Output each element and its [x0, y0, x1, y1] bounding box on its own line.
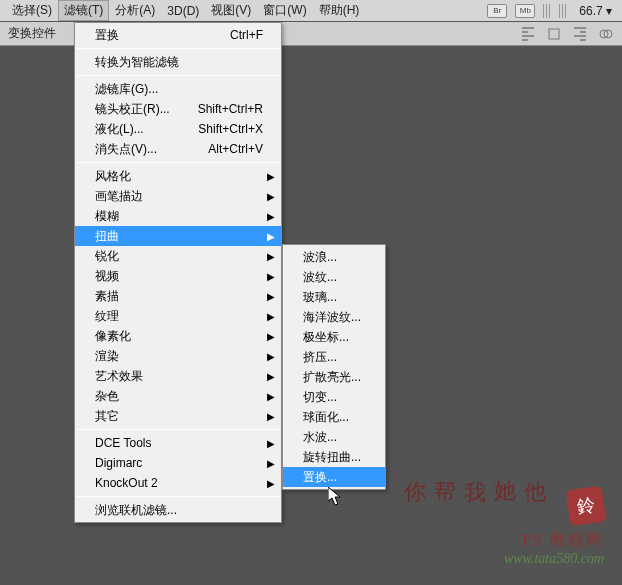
menu-item-label: 像素化: [95, 328, 263, 345]
menu-item-shortcut: Ctrl+F: [230, 28, 263, 42]
submenu-arrow-icon: ▶: [267, 331, 275, 342]
menu-item-label: 模糊: [95, 208, 263, 225]
menu-item-browse-filters[interactable]: 浏览联机滤镜...: [75, 500, 281, 520]
menu-item-label: 扩散亮光...: [303, 369, 367, 386]
menu-item-digimarc[interactable]: Digimarc▶: [75, 453, 281, 473]
menu-item-label: 置换...: [303, 469, 367, 486]
menu-item-label: 风格化: [95, 168, 263, 185]
menu-3d[interactable]: 3D(D): [161, 2, 205, 20]
distort-submenu: 波浪... 波纹... 玻璃... 海洋波纹... 极坐标... 挤压... 扩…: [282, 244, 386, 490]
menu-item-render[interactable]: 渲染▶: [75, 346, 281, 366]
menu-item-noise[interactable]: 杂色▶: [75, 386, 281, 406]
separator: [76, 429, 280, 430]
menu-item-smart-filter[interactable]: 转换为智能滤镜: [75, 52, 281, 72]
menu-item-blur[interactable]: 模糊▶: [75, 206, 281, 226]
menu-item-label: 视频: [95, 268, 263, 285]
watermark-line1: PS 教程网: [504, 530, 604, 551]
submenu-arrow-icon: ▶: [267, 271, 275, 282]
menu-filter[interactable]: 滤镜(T): [58, 0, 109, 21]
svg-rect-0: [549, 29, 559, 39]
submenu-item-shear[interactable]: 切变...: [283, 387, 385, 407]
submenu-item-wave[interactable]: 波浪...: [283, 247, 385, 267]
menubar: 选择(S) 滤镜(T) 分析(A) 3D(D) 视图(V) 窗口(W) 帮助(H…: [0, 0, 622, 22]
menu-item-filter-gallery[interactable]: 滤镜库(G)...: [75, 79, 281, 99]
submenu-arrow-icon: ▶: [267, 171, 275, 182]
submenu-item-displace[interactable]: 置换...: [283, 467, 385, 487]
menu-item-knockout[interactable]: KnockOut 2▶: [75, 473, 281, 493]
submenu-item-glass[interactable]: 玻璃...: [283, 287, 385, 307]
menu-item-lens-correction[interactable]: 镜头校正(R)...Shift+Ctrl+R: [75, 99, 281, 119]
menu-item-shortcut: Shift+Ctrl+R: [198, 102, 263, 116]
submenu-arrow-icon: ▶: [267, 411, 275, 422]
menu-item-label: 镜头校正(R)...: [95, 101, 198, 118]
menu-item-label: 波浪...: [303, 249, 367, 266]
menu-item-vanishing-point[interactable]: 消失点(V)...Alt+Ctrl+V: [75, 139, 281, 159]
menu-item-label: 画笔描边: [95, 188, 263, 205]
menu-item-last-filter[interactable]: 置换 Ctrl+F: [75, 25, 281, 45]
submenu-item-spherize[interactable]: 球面化...: [283, 407, 385, 427]
layout-icon[interactable]: [543, 4, 551, 18]
menu-item-other[interactable]: 其它▶: [75, 406, 281, 426]
menu-item-label: KnockOut 2: [95, 476, 263, 490]
submenu-item-diffuse-glow[interactable]: 扩散亮光...: [283, 367, 385, 387]
submenu-arrow-icon: ▶: [267, 478, 275, 489]
submenu-item-pinch[interactable]: 挤压...: [283, 347, 385, 367]
submenu-item-polar[interactable]: 极坐标...: [283, 327, 385, 347]
menu-item-texture[interactable]: 纹理▶: [75, 306, 281, 326]
screenmode-icon[interactable]: [559, 4, 567, 18]
submenu-item-zigzag[interactable]: 水波...: [283, 427, 385, 447]
watermark-stamp-icon: 鈴: [566, 486, 607, 527]
menu-view[interactable]: 视图(V): [205, 0, 257, 21]
menu-item-liquify[interactable]: 液化(L)...Shift+Ctrl+X: [75, 119, 281, 139]
menu-item-stylize[interactable]: 风格化▶: [75, 166, 281, 186]
menu-window[interactable]: 窗口(W): [257, 0, 312, 21]
align-right-icon[interactable]: [572, 26, 588, 42]
submenu-arrow-icon: ▶: [267, 191, 275, 202]
bridge-badge[interactable]: Br: [487, 4, 507, 18]
menu-item-shortcut: Alt+Ctrl+V: [208, 142, 263, 156]
submenu-arrow-icon: ▶: [267, 351, 275, 362]
align-left-icon[interactable]: [520, 26, 536, 42]
minibridge-badge[interactable]: Mb: [515, 4, 535, 18]
submenu-arrow-icon: ▶: [267, 311, 275, 322]
filter-menu: 置换 Ctrl+F 转换为智能滤镜 滤镜库(G)... 镜头校正(R)...Sh…: [74, 22, 282, 523]
menu-item-label: 锐化: [95, 248, 263, 265]
menu-item-label: 消失点(V)...: [95, 141, 208, 158]
menu-item-shortcut: Shift+Ctrl+X: [198, 122, 263, 136]
cursor-icon: [328, 487, 344, 507]
menu-item-label: 旋转扭曲...: [303, 449, 367, 466]
menu-help[interactable]: 帮助(H): [313, 0, 366, 21]
menu-item-label: Digimarc: [95, 456, 263, 470]
zoom-level[interactable]: 66.7 ▾: [575, 4, 616, 18]
watermark: 他她我帮你 鈴 PS 教程网 www.tata580.com: [504, 488, 604, 567]
separator: [76, 75, 280, 76]
menu-item-video[interactable]: 视频▶: [75, 266, 281, 286]
menu-item-label: 纹理: [95, 308, 263, 325]
menu-analysis[interactable]: 分析(A): [109, 0, 161, 21]
menu-select[interactable]: 选择(S): [6, 0, 58, 21]
separator: [76, 162, 280, 163]
submenu-arrow-icon: ▶: [267, 211, 275, 222]
menu-item-pixelate[interactable]: 像素化▶: [75, 326, 281, 346]
menu-item-brush-strokes[interactable]: 画笔描边▶: [75, 186, 281, 206]
submenu-item-ripple[interactable]: 波纹...: [283, 267, 385, 287]
menu-item-label: 玻璃...: [303, 289, 367, 306]
menu-item-label: 渲染: [95, 348, 263, 365]
menu-item-label: 素描: [95, 288, 263, 305]
submenu-item-ocean-ripple[interactable]: 海洋波纹...: [283, 307, 385, 327]
menu-item-label: 切变...: [303, 389, 367, 406]
submenu-arrow-icon: ▶: [267, 391, 275, 402]
menu-item-dce-tools[interactable]: DCE Tools▶: [75, 433, 281, 453]
menu-item-artistic[interactable]: 艺术效果▶: [75, 366, 281, 386]
mask-icon[interactable]: [598, 26, 614, 42]
align-center-icon[interactable]: [546, 26, 562, 42]
menu-item-label: 艺术效果: [95, 368, 263, 385]
menu-item-sharpen[interactable]: 锐化▶: [75, 246, 281, 266]
menu-item-distort[interactable]: 扭曲▶: [75, 226, 281, 246]
submenu-arrow-icon: ▶: [267, 371, 275, 382]
menu-item-label: 海洋波纹...: [303, 309, 367, 326]
menu-item-label: 液化(L)...: [95, 121, 198, 138]
menu-item-sketch[interactable]: 素描▶: [75, 286, 281, 306]
submenu-arrow-icon: ▶: [267, 291, 275, 302]
submenu-item-twirl[interactable]: 旋转扭曲...: [283, 447, 385, 467]
